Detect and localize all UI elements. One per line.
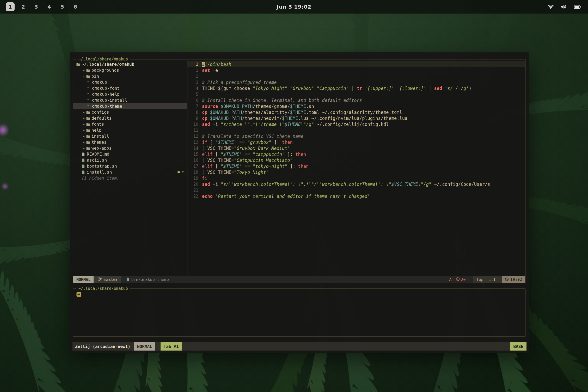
tree-item[interactable]: ▸themes [73,139,187,145]
chevron-right-icon[interactable]: ▸ [82,68,86,72]
workspace-2[interactable]: 2 [19,2,28,11]
wallpaper-flower [2,182,8,190]
tree-item[interactable]: ▸defaults [73,115,187,121]
editor-line[interactable]: 1set -e [187,67,525,73]
tree-item[interactable]: README.md [73,151,187,157]
tree-item[interactable]: ▸help [73,127,187,133]
syntax-token: "Catppuccin" [317,86,349,91]
separator-icon [499,276,502,283]
editor-line[interactable]: 21 [187,187,525,193]
editor-line[interactable]: 4THEME=$(gum choose "Tokyo Night" "Gruvb… [187,85,525,91]
line-number: 1 [187,62,202,67]
chevron-right-icon[interactable]: ▸ [82,116,86,120]
syntax-token: [ [213,152,221,157]
tree-item[interactable]: ▸configs [73,109,187,115]
editor-line[interactable]: 17elif [ "$THEME" == "tokyo-night" ]; th… [187,163,525,169]
tree-item[interactable]: ~/.local/share/omakub [73,61,187,67]
tree-item[interactable]: (1 hidden item) [73,175,187,181]
editor-line[interactable]: 12# Translate to specific VSC theme name [187,133,525,139]
chevron-right-icon[interactable]: ▸ [82,110,86,114]
editor-line[interactable]: 9cp $OMAKUB_PATH/themes/neovim/$THEME.lu… [187,115,525,121]
tree-item[interactable]: ▸fonts [73,121,187,127]
tree-item-label: web-apps [91,146,112,151]
code-text: # Translate to specific VSC theme name [202,134,303,139]
tree-item[interactable]: *omakub-help [73,91,187,97]
chevron-right-icon[interactable]: ▸ [82,134,86,138]
editor-line[interactable]: 5 [187,91,525,97]
tree-item-label: themes [91,140,107,145]
folder-icon [86,140,91,144]
line-number: 14 [187,146,202,151]
line-number: 21 [187,188,202,193]
chevron-right-icon[interactable]: ▸ [82,128,86,132]
editor-line[interactable]: 16│ VSC_THEME="Catppuccin Macchiato" [187,157,525,163]
workspace-3[interactable]: 3 [32,2,41,11]
git-dot-icon [177,171,180,173]
syntax-token: ~/.config/zellij/config.kdl [314,122,389,127]
clock[interactable]: Jun 3 19:02 [277,4,311,10]
editor-line[interactable]: 19fi [187,175,525,181]
wifi-icon[interactable] [548,4,554,9]
workspace-4[interactable]: 4 [45,2,54,11]
editor-line[interactable]: 15elif [ "$THEME" == "catppuccin" ]; the… [187,151,525,157]
editor-line[interactable]: 20sed -i "s/\"workbench.colorTheme\": \"… [187,181,525,187]
folder-icon [86,111,91,114]
syntax-token: $THEME [218,140,234,145]
tree-item[interactable]: ▸backgrounds [73,67,187,73]
workspace-6[interactable]: 6 [71,2,80,11]
tree-item[interactable]: *omakub-font [73,85,187,91]
syntax-token: ~/.config/Code/User/s [431,182,490,187]
line-number: 9 [187,116,202,121]
chevron-down-icon[interactable]: ▾ [82,74,86,78]
code-text: echo "Restart your terminal and editor i… [202,194,370,199]
shell-prompt[interactable] [76,292,81,298]
diagnostic-value: 20 [461,277,466,282]
editor-line[interactable]: 13if [ "$THEME" == "gruvbox" ]; then [187,139,525,145]
editor-line[interactable]: 11 [187,127,525,133]
volume-icon[interactable] [561,4,567,9]
tree-item[interactable]: *omakub-install [73,97,187,103]
tree-item-label: install.sh [87,170,112,175]
syntax-token: VSC_THEME= [207,158,234,163]
editor-line[interactable]: 3# Pick a preconfigured theme [187,79,525,85]
chevron-right-icon[interactable]: ▸ [82,146,86,150]
chevron-right-icon[interactable]: ▸ [82,122,86,126]
syntax-token: │ [202,158,207,163]
chevron-right-icon[interactable]: ▸ [82,140,86,144]
tree-item[interactable]: ▸install [73,133,187,139]
battery-icon[interactable] [574,5,581,9]
editor-line[interactable]: 8cp $OMAKUB_PATH/themes/alacritty/$THEME… [187,109,525,115]
workspace-5[interactable]: 5 [58,2,67,11]
tree-item[interactable]: ▾bin [73,73,187,79]
tree-item[interactable]: ▸web-apps [73,145,187,151]
git-branch: master [96,276,121,283]
editor-line[interactable]: 10sed -i "s/theme \".*\"/theme \"$THEME\… [187,121,525,127]
syntax-token: -i [210,182,221,187]
editor-line[interactable]: 18│ VSC_THEME="Tokyo Night" [187,169,525,175]
nvim-pane[interactable]: ~/.local/share/omakub ~/.local/share/oma… [73,59,525,283]
zellij-tab-1[interactable]: Tab #1 [161,342,182,351]
tree-item-label: ascii.sh [87,158,107,163]
separator-icon [470,276,473,283]
system-tray[interactable] [548,4,588,9]
tree-item[interactable]: *omakub [73,79,187,85]
syntax-token: == [237,140,247,145]
tree-item[interactable]: *omakub-theme [73,103,187,109]
tree-item-label: defaults [91,116,112,121]
editor-line[interactable]: 6# Install theme in Gnome, Terminal, and… [187,97,525,103]
editor-line[interactable]: 7source $OMAKUB_PATH/themes/gnome/$THEME… [187,103,525,109]
syntax-token: " [221,152,223,157]
editor-line[interactable]: 14│ VSC_THEME="Gruvbox Dark Medium" [187,145,525,151]
editor-line[interactable]: 2 [187,73,525,79]
workspace-1[interactable]: 1 [6,2,15,11]
editor-line[interactable]: 1#!/bin/bash [187,61,525,67]
terminal-pane[interactable]: ~/.local/share/omakub [73,289,525,336]
tree-item[interactable]: bootstrap.sh [73,163,187,169]
editor-buffer[interactable]: 1#!/bin/bash1set -e23# Pick a preconfigu… [187,61,525,276]
syntax-token: then [298,164,309,169]
file-tree[interactable]: ~/.local/share/omakub▸backgrounds▾bin*om… [73,61,187,276]
tree-item[interactable]: install.sh [73,169,187,175]
tree-item[interactable]: ascii.sh [73,157,187,163]
editor-line[interactable]: 22echo "Restart your terminal and editor… [187,193,525,199]
code-text: source $OMAKUB_PATH/themes/gnome/$THEME.… [202,104,314,109]
